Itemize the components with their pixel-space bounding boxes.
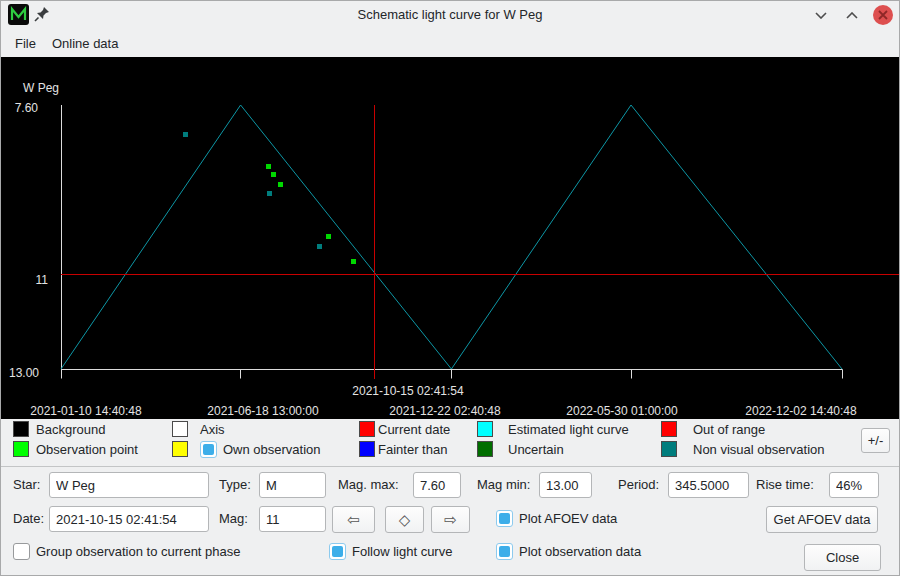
legend-swatch-estimated-light-curve <box>477 421 493 437</box>
chevron-up-icon <box>846 12 858 19</box>
non-visual-observation-point <box>267 191 272 196</box>
menu-file[interactable]: File <box>15 36 36 51</box>
legend-swatch-own-observation <box>172 441 188 457</box>
close-icon <box>878 10 888 20</box>
observation-point <box>351 259 356 264</box>
mag-input[interactable] <box>259 506 326 532</box>
chevron-down-icon <box>815 12 827 19</box>
legend-label-observation-point: Observation point <box>36 441 138 458</box>
follow-light-curve-checkbox[interactable] <box>329 543 346 560</box>
maximize-button[interactable] <box>842 5 862 25</box>
legend-label-own-observation: Own observation <box>223 441 321 458</box>
legend-label-background: Background <box>36 421 105 438</box>
y-tick-label-min: 13.00 <box>9 366 39 380</box>
x-tick-label-2: 2021-06-18 13:00:00 <box>207 404 319 418</box>
light-curve-plot[interactable]: W Peg 7.60 11 13.00 2021-10-15 02:41:54 … <box>1 57 900 419</box>
x-axis-ticks <box>62 370 843 379</box>
step-back-button[interactable]: ⇦ <box>332 506 375 533</box>
x-tick-label-1: 2021-01-10 14:40:48 <box>30 404 142 418</box>
legend-swatch-non-visual-observation <box>661 441 677 457</box>
plot-canvas: W Peg 7.60 11 13.00 2021-10-15 02:41:54 … <box>1 57 900 419</box>
legend: Background Observation point Axis Own ob… <box>1 419 899 467</box>
menubar: File Online data <box>1 29 899 57</box>
type-label: Type: <box>219 472 251 498</box>
own-observation-checkbox[interactable] <box>200 441 217 458</box>
app-window: Schematic light curve for W Peg File Onl… <box>0 0 900 576</box>
diamond-icon: ◇ <box>399 511 411 529</box>
legend-label-estimated-light-curve: Estimated light curve <box>508 421 629 438</box>
rise-time-input[interactable] <box>829 472 879 498</box>
legend-label-axis: Axis <box>200 421 225 438</box>
follow-light-curve-label: Follow light curve <box>352 539 452 565</box>
plot-observation-data-label: Plot observation data <box>519 539 641 565</box>
legend-label-non-visual-observation: Non visual observation <box>693 441 825 458</box>
get-afoev-data-button[interactable]: Get AFOEV data <box>766 506 878 533</box>
observation-point <box>326 234 331 239</box>
period-label: Period: <box>618 472 659 498</box>
current-date-label: 2021-10-15 02:41:54 <box>352 384 464 398</box>
legend-swatch-out-of-range <box>661 421 677 437</box>
mag-min-label: Mag min: <box>477 472 530 498</box>
type-input[interactable] <box>259 472 326 498</box>
window-controls <box>811 1 893 29</box>
plot-afoev-data-label: Plot AFOEV data <box>519 506 617 532</box>
plus-minus-button[interactable]: +/- <box>861 428 890 453</box>
legend-label-uncertain: Uncertain <box>508 441 564 458</box>
right-arrow-icon: ⇨ <box>444 511 457 529</box>
star-name-label: W Peg <box>23 81 59 95</box>
legend-swatch-observation-point <box>13 441 29 457</box>
observation-point <box>266 164 271 169</box>
star-label: Star: <box>13 472 40 498</box>
legend-swatch-background <box>13 421 29 437</box>
legend-swatch-axis <box>172 421 188 437</box>
y-tick-label-max: 7.60 <box>15 101 39 115</box>
rise-time-label: Rise time: <box>756 472 814 498</box>
legend-swatch-current-date <box>359 421 375 437</box>
observation-point <box>271 172 276 177</box>
mag-min-input[interactable] <box>539 472 592 498</box>
x-tick-label-3: 2021-12-22 02:40:48 <box>389 404 501 418</box>
non-visual-observation-point <box>317 244 322 249</box>
legend-label-out-of-range: Out of range <box>693 421 765 438</box>
phase-jump-button[interactable]: ◇ <box>385 506 424 533</box>
close-window-button[interactable] <box>873 5 893 25</box>
menu-online-data[interactable]: Online data <box>52 36 119 51</box>
legend-swatch-fainter-than <box>359 441 375 457</box>
window-title: Schematic light curve for W Peg <box>1 1 899 29</box>
legend-label-current-date: Current date <box>378 421 450 438</box>
non-visual-observation-point <box>183 132 188 137</box>
group-observation-checkbox[interactable] <box>13 543 30 560</box>
date-label: Date: <box>13 506 44 532</box>
mag-max-label: Mag. max: <box>338 472 399 498</box>
star-input[interactable] <box>49 472 209 498</box>
mag-label: Mag: <box>219 506 248 532</box>
estimated-light-curve <box>61 105 842 369</box>
mag-max-input[interactable] <box>413 472 461 498</box>
plot-observation-data-checkbox[interactable] <box>496 543 513 560</box>
x-tick-label-5: 2022-12-02 14:40:48 <box>745 404 857 418</box>
plot-afoev-data-checkbox[interactable] <box>496 510 513 527</box>
close-button[interactable]: Close <box>804 544 881 571</box>
left-arrow-icon: ⇦ <box>347 511 360 529</box>
group-observation-label: Group observation to current phase <box>36 539 241 565</box>
titlebar: Schematic light curve for W Peg <box>1 1 899 29</box>
minimize-button[interactable] <box>811 5 831 25</box>
control-panel: Star: Type: Mag. max: Mag min: Period: R… <box>1 467 899 576</box>
period-input[interactable] <box>668 472 749 498</box>
y-tick-label-current: 11 <box>36 273 49 287</box>
observation-point <box>278 182 283 187</box>
legend-label-fainter-than: Fainter than <box>378 441 447 458</box>
date-input[interactable] <box>49 506 209 532</box>
x-tick-label-4: 2022-05-30 01:00:00 <box>566 404 678 418</box>
step-forward-button[interactable]: ⇨ <box>431 506 470 533</box>
legend-swatch-uncertain <box>477 441 493 457</box>
